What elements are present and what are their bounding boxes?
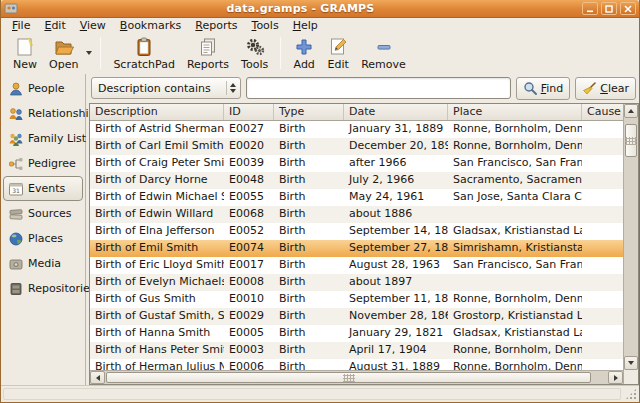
menu-edit[interactable]: Edit <box>37 18 72 33</box>
events-calendar-icon: 31 <box>8 181 24 197</box>
reports-button[interactable]: Reports <box>181 35 235 72</box>
horizontal-scroll-thumb[interactable] <box>106 372 591 383</box>
sidebar-item-pedigree[interactable]: Pedigree <box>3 151 83 176</box>
sidebar-item-events[interactable]: 31 Events <box>3 176 83 201</box>
reports-documents-icon <box>197 36 219 58</box>
cell-id: E0017 <box>224 257 274 274</box>
clear-button[interactable]: Clear <box>575 77 636 100</box>
svg-text:31: 31 <box>12 186 20 193</box>
cell-type: Birth <box>274 342 344 359</box>
column-header-place[interactable]: Place <box>448 104 582 120</box>
cell-place: San Jose, Santa Clara Co., CA <box>448 189 582 206</box>
table-row[interactable]: Birth of Edwin Michael Smith E0055 Birth… <box>90 189 623 206</box>
toolbar-label: Open <box>49 58 78 71</box>
scroll-left-icon[interactable] <box>90 371 105 384</box>
media-icon <box>8 256 24 272</box>
new-button[interactable]: New <box>7 35 43 72</box>
sidebar-item-places[interactable]: Places <box>3 226 83 251</box>
table-row[interactable]: Birth of Emil Smith E0074 Birth Septembe… <box>90 240 623 257</box>
cell-place: San Francisco, San Francisc... <box>448 155 582 172</box>
edit-button[interactable]: Edit <box>321 35 355 72</box>
table-row[interactable]: Birth of Astrid Shermanna A... E0027 Bir… <box>90 121 623 138</box>
cell-type: Birth <box>274 257 344 274</box>
tools-button[interactable]: Tools <box>235 35 274 72</box>
cell-description: Birth of Darcy Horne <box>90 172 224 189</box>
cell-cause <box>582 342 623 359</box>
menu-view[interactable]: View <box>73 18 113 33</box>
column-header-description[interactable]: Description <box>90 104 224 120</box>
cell-cause <box>582 121 623 138</box>
vertical-scrollbar[interactable] <box>623 104 638 384</box>
vertical-scroll-thumb[interactable] <box>625 124 637 157</box>
menu-file[interactable]: File <box>5 18 37 33</box>
table-row[interactable]: Birth of Gus Smith E0010 Birth September… <box>90 291 623 308</box>
sidebar-item-people[interactable]: People <box>3 76 83 101</box>
column-header-type[interactable]: Type <box>274 104 344 120</box>
column-header-id[interactable]: ID <box>224 104 274 120</box>
tools-gears-icon <box>244 36 266 58</box>
cell-cause <box>582 325 623 342</box>
cell-date: January 29, 1821 <box>344 325 448 342</box>
scroll-right-icon[interactable] <box>608 371 623 384</box>
table-row[interactable]: Birth of Carl Emil Smith E0020 Birth Dec… <box>90 138 623 155</box>
title-bar[interactable]: data.gramps - GRAMPS <box>1 0 639 18</box>
sidebar-item-relationships[interactable]: Relationships <box>3 101 83 126</box>
status-bar <box>1 385 639 402</box>
cell-place: Ronne, Bornholm, Denmark <box>448 291 582 308</box>
open-dropdown-arrow[interactable] <box>84 38 94 68</box>
menu-reports[interactable]: Reports <box>188 18 244 33</box>
table-row[interactable]: Birth of Elna Jefferson E0052 Birth Sept… <box>90 223 623 240</box>
sidebar-label: Family List <box>28 132 86 145</box>
sidebar-item-family-list[interactable]: Family List <box>3 126 83 151</box>
table-row[interactable]: Birth of Craig Peter Smith E0039 Birth a… <box>90 155 623 172</box>
column-header-date[interactable]: Date <box>344 104 448 120</box>
open-button[interactable]: Open <box>43 35 84 72</box>
menu-bar: File Edit View Bookmarks Reports Tools H… <box>1 18 639 33</box>
search-input[interactable] <box>246 77 511 99</box>
minimize-button[interactable] <box>582 2 598 15</box>
cell-description: Birth of Gustaf Smith, Sr. <box>90 308 224 325</box>
column-header-cause[interactable]: Cause <box>582 104 623 120</box>
add-button[interactable]: Add <box>287 35 321 72</box>
sidebar-label: Places <box>28 232 63 245</box>
menu-help[interactable]: Help <box>286 18 325 33</box>
new-document-icon <box>14 36 36 58</box>
sidebar-item-sources[interactable]: Sources <box>3 201 83 226</box>
cell-type: Birth <box>274 189 344 206</box>
cell-id: E0020 <box>224 138 274 155</box>
resize-grip-icon[interactable] <box>625 388 637 400</box>
filter-field-select[interactable]: Description contains <box>91 77 241 99</box>
cell-date: about 1886 <box>344 206 448 223</box>
cell-id: E0052 <box>224 223 274 240</box>
table-row[interactable]: Birth of Herman Julius Nielsen E0006 Bir… <box>90 359 623 370</box>
table-row[interactable]: Birth of Gustaf Smith, Sr. E0029 Birth N… <box>90 308 623 325</box>
close-button[interactable] <box>620 2 636 15</box>
table-row[interactable]: Birth of Evelyn Michaels E0008 Birth abo… <box>90 274 623 291</box>
scroll-up-icon[interactable] <box>624 104 638 118</box>
table-row[interactable]: Birth of Darcy Horne E0048 Birth July 2,… <box>90 172 623 189</box>
clear-label: Clear <box>600 82 629 95</box>
find-button[interactable]: Find <box>516 77 571 100</box>
sidebar-item-repositories[interactable]: Repositories <box>3 276 83 301</box>
scratchpad-button[interactable]: ScratchPad <box>107 35 181 72</box>
table-row[interactable]: Birth of Edwin Willard E0068 Birth about… <box>90 206 623 223</box>
horizontal-scrollbar[interactable] <box>90 370 623 384</box>
table-row[interactable]: Birth of Eric Lloyd Smith E0017 Birth Au… <box>90 257 623 274</box>
remove-button[interactable]: Remove <box>355 35 412 72</box>
menu-tools[interactable]: Tools <box>245 18 286 33</box>
cell-cause <box>582 206 623 223</box>
maximize-button[interactable] <box>601 2 617 15</box>
sidebar-item-media[interactable]: Media <box>3 251 83 276</box>
cell-id: E0010 <box>224 291 274 308</box>
scroll-down-icon[interactable] <box>624 356 638 370</box>
table-row[interactable]: Birth of Hans Peter Smith E0003 Birth Ap… <box>90 342 623 359</box>
cell-date: after 1966 <box>344 155 448 172</box>
cell-place: Gladsax, Kristianstad Lan, S... <box>448 325 582 342</box>
cell-date: August 31, 1889 <box>344 359 448 370</box>
cell-place: Sacramento, Sacramento C... <box>448 172 582 189</box>
table-row[interactable]: Birth of Hanna Smith E0005 Birth January… <box>90 325 623 342</box>
cell-cause <box>582 257 623 274</box>
combo-stepper-icon[interactable] <box>230 83 238 93</box>
filter-field-value: Description contains <box>98 82 223 95</box>
menu-bookmarks[interactable]: Bookmarks <box>113 18 188 33</box>
